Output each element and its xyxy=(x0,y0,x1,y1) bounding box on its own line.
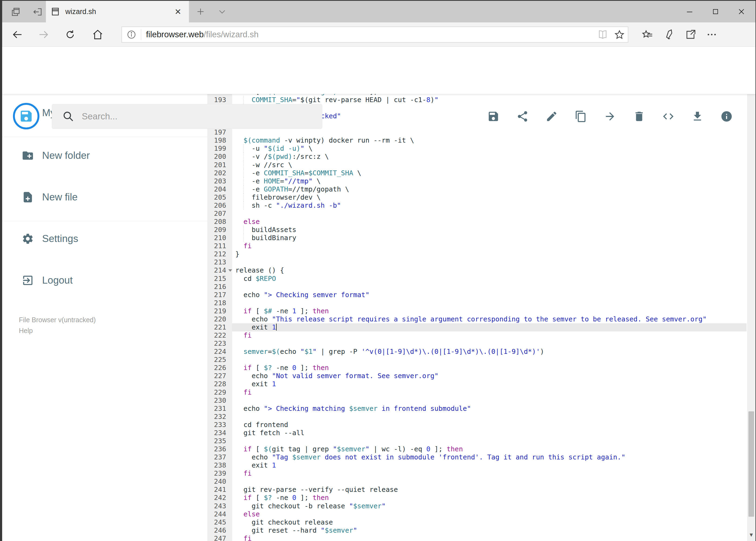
code-text: git fetch --all xyxy=(235,429,305,437)
set-tabs-aside-button[interactable] xyxy=(30,4,45,20)
filebrowser-logo[interactable] xyxy=(13,103,39,129)
line-number: 237 xyxy=(207,453,226,461)
copy-button[interactable] xyxy=(573,109,589,124)
save-button[interactable] xyxy=(486,109,501,124)
source-code-button[interactable] xyxy=(661,109,676,124)
line-number: 228 xyxy=(207,380,226,388)
edit-pencil-icon xyxy=(546,110,558,123)
settings-icon xyxy=(22,233,34,245)
back-button[interactable] xyxy=(9,26,26,43)
line-number: 245 xyxy=(207,518,226,526)
code-text: semver=$(echo "$1" | grep -P '^v(0|[1-9]… xyxy=(235,347,544,356)
code-text: if [ $(git tag | grep "$semver" | wc -l)… xyxy=(235,445,463,453)
code-text: COMMIT_SHA="$(git rev-parse HEAD | cut -… xyxy=(235,96,439,104)
forward-button[interactable] xyxy=(35,26,52,43)
code-line: 220 echo "This release script requires a… xyxy=(207,315,747,323)
help-link[interactable]: Help xyxy=(19,327,33,335)
line-number: 227 xyxy=(207,372,226,380)
code-line: 211 fi xyxy=(207,242,747,250)
line-number: 225 xyxy=(207,356,226,364)
vertical-scrollbar[interactable]: ▲ ▼ xyxy=(747,47,755,541)
sidebar-item-logout[interactable]: Logout xyxy=(2,268,207,293)
line-number: 193 xyxy=(207,96,226,104)
home-button[interactable] xyxy=(89,26,106,43)
code-line: 239 fi xyxy=(207,469,747,477)
move-button[interactable] xyxy=(603,109,618,124)
browser-window: wizard.sh ✕ xyxy=(0,0,756,541)
annotate-pen-button[interactable] xyxy=(658,26,677,43)
maximize-button[interactable] xyxy=(704,1,727,22)
browser-tab[interactable]: wizard.sh ✕ xyxy=(46,1,189,22)
page-icon xyxy=(51,7,60,16)
sidebar-item-settings[interactable]: Settings xyxy=(2,226,207,251)
code-line: 215 cd $REPO xyxy=(207,275,747,283)
code-line: 205 filebrowser/dev \ xyxy=(207,194,747,202)
copy-icon xyxy=(575,110,587,123)
filebrowser-header xyxy=(2,47,755,94)
code-line: 193 COMMIT_SHA="$(git rev-parse HEAD | c… xyxy=(207,96,747,104)
code-text: fi xyxy=(235,535,252,541)
code-line: 199 -u "$(id -u)" \ xyxy=(207,145,747,153)
code-line: 242 if [ $? -ne 0 ]; then xyxy=(207,494,747,502)
reading-view-icon[interactable] xyxy=(594,29,611,40)
code-line: 243 git checkout -b release "$semver" xyxy=(207,502,747,510)
code-text: exit 1 xyxy=(235,461,276,469)
code-line: 212} xyxy=(207,250,747,258)
line-number: 208 xyxy=(207,218,226,226)
version-text: File Browser v(untracked) xyxy=(19,316,96,324)
code-icon xyxy=(662,110,674,123)
search-input[interactable] xyxy=(81,111,322,122)
close-window-button[interactable] xyxy=(730,1,753,22)
code-text: -w //src \ xyxy=(235,161,292,169)
code-line: 235 xyxy=(207,437,747,445)
more-options-button[interactable] xyxy=(702,26,721,43)
code-line: 206 sh -c "./wizard.sh -b" xyxy=(207,202,747,210)
share-page-button[interactable] xyxy=(681,26,700,43)
code-text: -u "$(id -u)" \ xyxy=(235,145,313,153)
line-number: 216 xyxy=(207,283,226,291)
url-bar[interactable]: filebrowser.web/files/wizard.sh xyxy=(122,26,629,43)
code-line: 202 -e COMMIT_SHA=$COMMIT_SHA \ xyxy=(207,169,747,177)
code-line: 240 xyxy=(207,477,747,486)
code-text: fi xyxy=(235,331,252,339)
scrollbar-thumb[interactable] xyxy=(748,411,754,517)
code-line: 214release () { xyxy=(207,266,747,274)
tab-preview-button[interactable] xyxy=(8,4,24,20)
code-line: 247 fi xyxy=(207,535,747,541)
sidebar-item-new-folder[interactable]: New folder xyxy=(2,143,207,168)
line-number: 226 xyxy=(207,364,226,372)
code-line: 237 echo "Tag $semver does not exist in … xyxy=(207,453,747,461)
info-button[interactable] xyxy=(719,109,734,124)
browser-tab-bar: wizard.sh ✕ xyxy=(2,1,755,22)
sidebar-item-new-file[interactable]: New file xyxy=(2,185,207,210)
line-number: 212 xyxy=(207,250,226,258)
code-editor[interactable]: if [ "$(command -v git)" != "" ]; then19… xyxy=(207,94,747,541)
code-text: if [ "$(command -v git)" != "" ]; then xyxy=(235,94,398,96)
add-favorite-star-icon[interactable] xyxy=(611,29,628,40)
tab-close-icon[interactable]: ✕ xyxy=(172,7,184,16)
code-line: 233 cd frontend xyxy=(207,421,747,429)
url-divider xyxy=(141,29,141,40)
refresh-button[interactable] xyxy=(62,26,79,43)
new-tab-button[interactable] xyxy=(192,5,209,19)
rename-button[interactable] xyxy=(544,109,559,124)
site-info-icon[interactable] xyxy=(122,30,141,39)
line-number: 203 xyxy=(207,177,226,185)
delete-button[interactable] xyxy=(631,109,647,124)
fold-arrow-icon[interactable] xyxy=(228,269,232,272)
download-button[interactable] xyxy=(690,109,705,124)
line-number: 201 xyxy=(207,161,226,169)
code-text: echo "> Checking semver format" xyxy=(235,291,370,299)
save-icon xyxy=(487,110,500,123)
minimize-button[interactable] xyxy=(678,1,701,22)
tab-list-chevron-button[interactable] xyxy=(214,5,230,19)
share-button[interactable] xyxy=(515,109,530,124)
code-text: -e COMMIT_SHA=$COMMIT_SHA \ xyxy=(235,169,362,177)
code-line: 219 if [ $# -ne 1 ]; then xyxy=(207,307,747,315)
scroll-down-arrow[interactable]: ▼ xyxy=(747,530,755,539)
hub-favorites-button[interactable] xyxy=(638,26,657,43)
code-line: 209 buildAssets xyxy=(207,226,747,234)
trash-icon xyxy=(633,110,645,123)
code-line: 228 exit 1 xyxy=(207,380,747,388)
search-box[interactable] xyxy=(52,104,322,129)
